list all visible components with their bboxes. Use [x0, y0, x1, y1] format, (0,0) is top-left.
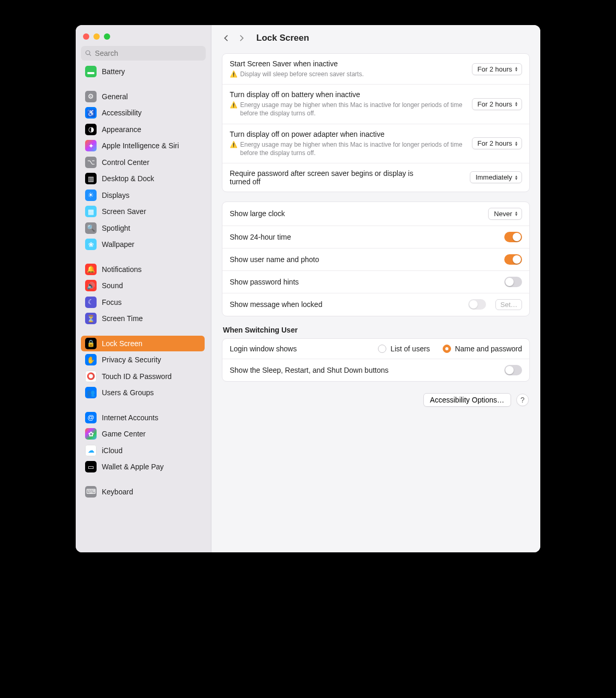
wallet-apple-pay-icon: ▭ — [85, 461, 97, 472]
sidebar-item-spotlight[interactable]: 🔍Spotlight — [81, 220, 205, 236]
select-value: Never — [494, 210, 512, 218]
internet-accounts-icon: @ — [85, 412, 97, 423]
users-groups-icon: 👥 — [85, 387, 97, 398]
sidebar-item-lock-screen[interactable]: 🔒Lock Screen — [81, 336, 205, 351]
lock-message-toggle[interactable] — [468, 299, 486, 310]
radio-label: Name and password — [455, 345, 522, 353]
login-list-radio[interactable]: List of users — [378, 345, 430, 353]
search-icon — [85, 50, 92, 57]
sidebar-list: ▬Battery⚙General♿Accessibility◑Appearanc… — [81, 64, 206, 548]
chevron-left-icon — [223, 34, 230, 42]
sidebar-item-label: Apple Intelligence & Siri — [102, 141, 179, 150]
keyboard-icon: ⌨ — [85, 486, 97, 498]
lock-message-row: Show message when locked Set… — [222, 293, 529, 316]
sidebar-item-battery[interactable]: ▬Battery — [81, 64, 205, 79]
settings-window: ▬Battery⚙General♿Accessibility◑Appearanc… — [76, 25, 540, 552]
page-title: Lock Screen — [256, 33, 309, 43]
sidebar-item-notifications[interactable]: 🔔Notifications — [81, 262, 205, 277]
touch-id-password-icon: ⭕ — [85, 371, 97, 382]
sidebar-item-label: Wallet & Apple Pay — [102, 463, 164, 471]
sidebar-item-label: Internet Accounts — [102, 413, 158, 422]
displays-icon: ☀ — [85, 190, 97, 201]
icloud-icon: ☁ — [85, 445, 97, 456]
sidebar-item-apple-intelligence-siri[interactable]: ✦Apple Intelligence & Siri — [81, 138, 205, 153]
sidebar-item-privacy-security[interactable]: ✋Privacy & Security — [81, 352, 205, 368]
large-clock-row: Show large clock Never ▴▾ — [222, 202, 529, 226]
help-button[interactable]: ? — [516, 394, 529, 406]
row-title: Turn display off on power adapter when i… — [230, 130, 467, 138]
sidebar-item-label: Focus — [102, 298, 122, 306]
row-title: Show the Sleep, Restart, and Shut Down b… — [230, 366, 499, 374]
require-password-select[interactable]: Immediately ▴▾ — [470, 171, 522, 183]
select-value: For 2 hours — [478, 100, 512, 108]
row-title: Require password after screen saver begi… — [230, 169, 433, 186]
sidebar-item-label: Appearance — [102, 125, 141, 134]
desktop-dock-icon: ▥ — [85, 173, 97, 184]
forward-button[interactable] — [235, 32, 247, 44]
appearance-icon: ◑ — [85, 124, 97, 135]
wallpaper-icon: ❀ — [85, 239, 97, 250]
sidebar-item-label: Accessibility — [102, 109, 141, 117]
display-off-power-select[interactable]: For 2 hours ▴▾ — [472, 137, 522, 149]
updown-icon: ▴▾ — [515, 141, 517, 146]
sidebar-item-screen-saver[interactable]: ▦Screen Saver — [81, 204, 205, 219]
show-username-toggle[interactable] — [504, 254, 522, 265]
display-off-battery-row: Turn display off on battery when inactiv… — [222, 85, 529, 124]
sidebar-item-label: Battery — [102, 67, 125, 76]
row-title: Show user name and photo — [230, 255, 499, 264]
sidebar-item-general[interactable]: ⚙General — [81, 89, 205, 104]
footer: Accessibility Options… ? — [222, 391, 530, 409]
window-controls — [81, 31, 206, 46]
general-icon: ⚙ — [85, 91, 97, 102]
sidebar-item-displays[interactable]: ☀Displays — [81, 187, 205, 203]
select-value: For 2 hours — [478, 65, 512, 73]
sidebar-item-touch-id-password[interactable]: ⭕Touch ID & Password — [81, 369, 205, 384]
search-field[interactable] — [81, 46, 206, 61]
minimize-window-button[interactable] — [93, 33, 100, 40]
lock-message-set-button[interactable]: Set… — [495, 299, 522, 310]
login-window-row: Login window shows List of users Name an… — [222, 339, 529, 359]
sidebar-item-focus[interactable]: ☾Focus — [81, 294, 205, 310]
accessibility-options-button[interactable]: Accessibility Options… — [423, 393, 511, 407]
sidebar-item-screen-time[interactable]: ⏳Screen Time — [81, 311, 205, 326]
sidebar-item-label: Game Center — [102, 430, 146, 438]
sleep-restart-shutdown-toggle[interactable] — [504, 365, 522, 375]
password-hints-toggle[interactable] — [504, 277, 522, 287]
updown-icon: ▴▾ — [515, 66, 517, 72]
sidebar-item-label: General — [102, 92, 128, 101]
timing-settings-group: Start Screen Saver when inactive ⚠️Displ… — [222, 53, 530, 192]
zoom-window-button[interactable] — [104, 33, 110, 40]
sidebar-item-sound[interactable]: 🔊Sound — [81, 278, 205, 293]
screensaver-start-select[interactable]: For 2 hours ▴▾ — [472, 63, 522, 75]
24hour-time-row: Show 24-hour time — [222, 226, 529, 249]
sidebar-item-wallpaper[interactable]: ❀Wallpaper — [81, 236, 205, 252]
sidebar-item-appearance[interactable]: ◑Appearance — [81, 122, 205, 137]
sidebar-item-keyboard[interactable]: ⌨Keyboard — [81, 484, 205, 500]
search-input[interactable] — [95, 49, 202, 57]
sidebar-item-wallet-apple-pay[interactable]: ▭Wallet & Apple Pay — [81, 459, 205, 475]
clock-settings-group: Show large clock Never ▴▾ Show 24-hour t… — [222, 202, 530, 316]
header: Lock Screen — [211, 25, 540, 49]
sidebar: ▬Battery⚙General♿Accessibility◑Appearanc… — [76, 25, 211, 552]
sidebar-item-desktop-dock[interactable]: ▥Desktop & Dock — [81, 171, 205, 186]
sidebar-item-icloud[interactable]: ☁iCloud — [81, 443, 205, 458]
sidebar-item-control-center[interactable]: ⌥Control Center — [81, 155, 205, 170]
close-window-button[interactable] — [83, 33, 89, 40]
screen-saver-icon: ▦ — [85, 206, 97, 217]
control-center-icon: ⌥ — [85, 157, 97, 168]
large-clock-select[interactable]: Never ▴▾ — [488, 208, 522, 220]
sidebar-item-internet-accounts[interactable]: @Internet Accounts — [81, 410, 205, 425]
sidebar-item-label: Spotlight — [102, 224, 130, 232]
sidebar-item-game-center[interactable]: ✿Game Center — [81, 426, 205, 442]
login-namepassword-radio[interactable]: Name and password — [443, 345, 522, 353]
focus-icon: ☾ — [85, 297, 97, 308]
24hour-time-toggle[interactable] — [504, 232, 522, 242]
sidebar-item-label: Lock Screen — [102, 339, 143, 348]
display-off-power-row: Turn display off on power adapter when i… — [222, 124, 529, 163]
sidebar-item-users-groups[interactable]: 👥Users & Groups — [81, 385, 205, 400]
radio-dot-icon — [443, 345, 451, 353]
back-button[interactable] — [221, 32, 232, 44]
select-value: For 2 hours — [478, 139, 512, 147]
sidebar-item-accessibility[interactable]: ♿Accessibility — [81, 105, 205, 121]
display-off-battery-select[interactable]: For 2 hours ▴▾ — [472, 98, 522, 110]
